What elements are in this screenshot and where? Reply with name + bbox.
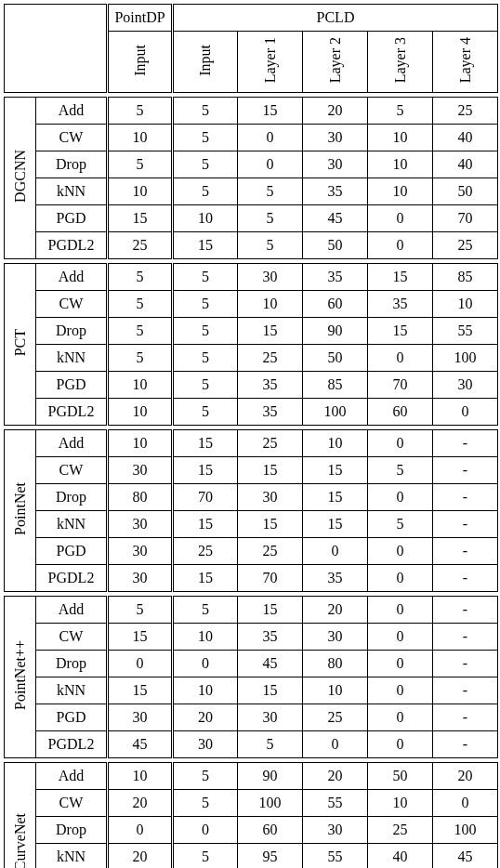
cell-pointdp: 20	[108, 844, 173, 868]
cell-pcld: -	[433, 704, 498, 731]
cell-pointdp: 10	[108, 125, 173, 151]
col-pcld-1-label: Layer 1	[262, 33, 279, 86]
cell-pcld: 0	[173, 817, 238, 844]
cell-pcld: 5	[238, 731, 303, 758]
cell-pcld: 5	[238, 178, 303, 205]
header-pointdp: PointDP	[108, 5, 173, 32]
attack-label: Add	[36, 597, 108, 624]
cell-pointdp: 20	[108, 790, 173, 817]
cell-pointdp: 5	[108, 151, 173, 178]
cell-pcld: 5	[173, 98, 238, 125]
cell-pcld: 10	[173, 624, 238, 651]
cell-pointdp: 10	[108, 430, 173, 457]
attack-label: PGD	[36, 372, 108, 399]
col-pcld-3: Layer 3	[368, 32, 433, 93]
cell-pcld: 35	[368, 291, 433, 318]
cell-pcld: 15	[173, 232, 238, 259]
cell-pcld: 55	[433, 318, 498, 345]
cell-pcld: 35	[303, 565, 368, 592]
cell-pcld: 0	[368, 205, 433, 232]
cell-pointdp: 5	[108, 345, 173, 372]
group-label: PointNet	[5, 430, 36, 592]
cell-pcld: 25	[433, 232, 498, 259]
cell-pcld: 30	[238, 704, 303, 731]
cell-pointdp: 5	[108, 264, 173, 291]
attack-label: CW	[36, 457, 108, 484]
cell-pcld: -	[433, 511, 498, 538]
attack-label: Drop	[36, 651, 108, 677]
cell-pcld: 0	[368, 430, 433, 457]
group-label-text: DGCNN	[12, 146, 29, 206]
cell-pcld: 10	[368, 125, 433, 151]
cell-pcld: 70	[433, 205, 498, 232]
cell-pcld: 5	[173, 291, 238, 318]
col-pcld-2: Layer 2	[303, 32, 368, 93]
cell-pointdp: 5	[108, 291, 173, 318]
cell-pcld: 20	[303, 763, 368, 790]
group-label-text: PointNet	[12, 479, 29, 539]
cell-pcld: 0	[368, 731, 433, 758]
cell-pcld: 70	[238, 565, 303, 592]
group-label: CurveNet	[5, 763, 36, 868]
cell-pcld: 15	[173, 457, 238, 484]
attack-label: Drop	[36, 151, 108, 178]
cell-pcld: 15	[173, 511, 238, 538]
cell-pointdp: 15	[108, 677, 173, 704]
cell-pcld: 0	[433, 399, 498, 426]
header-corner	[5, 5, 108, 93]
attack-label: PGDL2	[36, 731, 108, 758]
cell-pcld: 15	[303, 484, 368, 511]
attack-label: CW	[36, 125, 108, 151]
cell-pcld: 30	[303, 151, 368, 178]
group-label-text: CurveNet	[12, 809, 29, 868]
col-pcld-0: Input	[173, 32, 238, 93]
cell-pcld: 0	[368, 677, 433, 704]
attack-label: kNN	[36, 511, 108, 538]
col-pcld-2-label: Layer 2	[327, 33, 344, 86]
attack-label: PGD	[36, 538, 108, 565]
cell-pcld: 10	[303, 677, 368, 704]
cell-pcld: 50	[303, 232, 368, 259]
attack-label: kNN	[36, 178, 108, 205]
cell-pcld: 45	[238, 651, 303, 677]
cell-pcld: 35	[238, 399, 303, 426]
cell-pcld: 40	[368, 844, 433, 868]
attack-label: CW	[36, 291, 108, 318]
cell-pointdp: 30	[108, 704, 173, 731]
group-label: DGCNN	[5, 98, 36, 259]
attack-label: Drop	[36, 318, 108, 345]
cell-pcld: -	[433, 677, 498, 704]
cell-pcld: 5	[238, 232, 303, 259]
cell-pcld: 10	[303, 430, 368, 457]
cell-pcld: 0	[368, 484, 433, 511]
cell-pcld: 5	[173, 318, 238, 345]
cell-pcld: 100	[303, 399, 368, 426]
cell-pcld: -	[433, 538, 498, 565]
cell-pcld: 5	[173, 763, 238, 790]
cell-pcld: -	[433, 565, 498, 592]
col-pcld-0-label: Input	[197, 41, 214, 80]
cell-pcld: 90	[238, 763, 303, 790]
cell-pcld: 10	[173, 677, 238, 704]
attack-label: CW	[36, 790, 108, 817]
cell-pcld: 50	[303, 345, 368, 372]
attack-label: PGDL2	[36, 399, 108, 426]
cell-pcld: -	[433, 484, 498, 511]
attack-label: Add	[36, 264, 108, 291]
cell-pcld: 0	[173, 651, 238, 677]
cell-pointdp: 80	[108, 484, 173, 511]
attack-label: PGD	[36, 205, 108, 232]
cell-pcld: 25	[173, 538, 238, 565]
attack-label: Add	[36, 763, 108, 790]
cell-pcld: 30	[303, 817, 368, 844]
cell-pcld: 25	[433, 98, 498, 125]
cell-pcld: 0	[368, 597, 433, 624]
cell-pcld: 35	[238, 372, 303, 399]
cell-pcld: 55	[303, 844, 368, 868]
cell-pointdp: 0	[108, 651, 173, 677]
cell-pcld: 0	[368, 345, 433, 372]
attack-label: Add	[36, 430, 108, 457]
cell-pointdp: 5	[108, 318, 173, 345]
cell-pcld: -	[433, 597, 498, 624]
cell-pointdp: 5	[108, 98, 173, 125]
